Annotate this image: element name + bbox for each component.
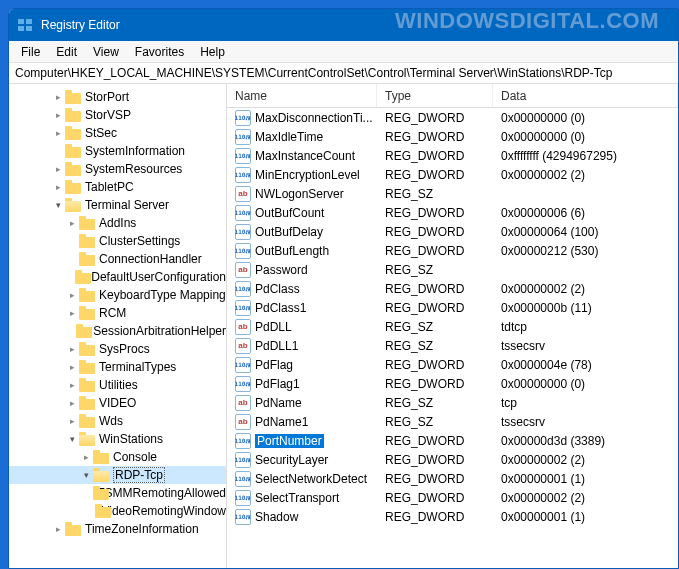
value-row[interactable]: SecurityLayerREG_DWORD0x00000002 (2) bbox=[227, 450, 678, 469]
folder-icon bbox=[79, 234, 95, 248]
value-row[interactable]: SelectTransportREG_DWORD0x00000002 (2) bbox=[227, 488, 678, 507]
folder-icon bbox=[65, 144, 81, 158]
folder-icon bbox=[79, 360, 95, 374]
col-header-data[interactable]: Data bbox=[493, 84, 678, 107]
expand-icon[interactable] bbox=[65, 398, 79, 408]
expand-icon[interactable] bbox=[51, 182, 65, 192]
value-type: REG_DWORD bbox=[377, 453, 493, 467]
tree-item[interactable]: Console bbox=[9, 448, 226, 466]
tree-item-label: RCM bbox=[99, 306, 126, 320]
tree-item[interactable]: AddIns bbox=[9, 214, 226, 232]
expand-icon[interactable] bbox=[65, 290, 79, 300]
value-row[interactable]: PdNameREG_SZtcp bbox=[227, 393, 678, 412]
tree-item[interactable]: SessionArbitrationHelper bbox=[9, 322, 226, 340]
value-data: 0x00000006 (6) bbox=[493, 206, 678, 220]
value-row[interactable]: ShadowREG_DWORD0x00000001 (1) bbox=[227, 507, 678, 526]
tree-item[interactable]: SysProcs bbox=[9, 340, 226, 358]
binary-value-icon bbox=[235, 471, 251, 487]
list-body: MaxDisconnectionTi...REG_DWORD0x00000000… bbox=[227, 108, 678, 526]
tree-item[interactable]: VideoRemotingWindow bbox=[9, 502, 226, 520]
expand-icon[interactable] bbox=[65, 362, 79, 372]
folder-icon bbox=[93, 468, 109, 482]
tree-item[interactable]: SystemResources bbox=[9, 160, 226, 178]
expand-icon[interactable] bbox=[65, 380, 79, 390]
value-row[interactable]: PdDLL1REG_SZtssecsrv bbox=[227, 336, 678, 355]
list-header[interactable]: Name Type Data bbox=[227, 84, 678, 108]
value-row[interactable]: MinEncryptionLevelREG_DWORD0x00000002 (2… bbox=[227, 165, 678, 184]
binary-value-icon bbox=[235, 224, 251, 240]
address-bar[interactable]: Computer\HKEY_LOCAL_MACHINE\SYSTEM\Curre… bbox=[9, 63, 678, 84]
expand-icon[interactable] bbox=[65, 308, 79, 318]
tree-item[interactable]: SystemInformation bbox=[9, 142, 226, 160]
value-row[interactable]: PdClass1REG_DWORD0x0000000b (11) bbox=[227, 298, 678, 317]
tree-item[interactable]: RCM bbox=[9, 304, 226, 322]
expand-icon[interactable] bbox=[65, 434, 79, 444]
value-type: REG_DWORD bbox=[377, 244, 493, 258]
menu-file[interactable]: File bbox=[13, 43, 48, 61]
expand-icon[interactable] bbox=[51, 164, 65, 174]
tree-item[interactable]: TSMMRemotingAllowed bbox=[9, 484, 226, 502]
app-icon bbox=[17, 17, 33, 33]
value-row[interactable]: NWLogonServerREG_SZ bbox=[227, 184, 678, 203]
tree-panel[interactable]: StorPortStorVSPStSecSystemInformationSys… bbox=[9, 84, 227, 568]
value-name: MaxInstanceCount bbox=[255, 149, 355, 163]
expand-icon[interactable] bbox=[65, 218, 79, 228]
menu-help[interactable]: Help bbox=[192, 43, 233, 61]
expand-icon[interactable] bbox=[51, 110, 65, 120]
menu-favorites[interactable]: Favorites bbox=[127, 43, 192, 61]
values-panel: Name Type Data MaxDisconnectionTi...REG_… bbox=[227, 84, 678, 568]
string-value-icon bbox=[235, 186, 251, 202]
expand-icon[interactable] bbox=[51, 128, 65, 138]
tree-item[interactable]: ClusterSettings bbox=[9, 232, 226, 250]
tree-item[interactable]: RDP-Tcp bbox=[9, 466, 226, 484]
value-row[interactable]: MaxIdleTimeREG_DWORD0x00000000 (0) bbox=[227, 127, 678, 146]
value-row[interactable]: PdClassREG_DWORD0x00000002 (2) bbox=[227, 279, 678, 298]
value-row[interactable]: OutBufLengthREG_DWORD0x00000212 (530) bbox=[227, 241, 678, 260]
expand-icon[interactable] bbox=[65, 344, 79, 354]
expand-icon[interactable] bbox=[51, 92, 65, 102]
tree-item[interactable]: TimeZoneInformation bbox=[9, 520, 226, 538]
tree-item[interactable]: Utilities bbox=[9, 376, 226, 394]
tree-item[interactable]: TerminalTypes bbox=[9, 358, 226, 376]
expand-icon[interactable] bbox=[51, 200, 65, 210]
value-row[interactable]: SelectNetworkDetectREG_DWORD0x00000001 (… bbox=[227, 469, 678, 488]
tree-item[interactable]: DefaultUserConfiguration bbox=[9, 268, 226, 286]
tree-item[interactable]: Wds bbox=[9, 412, 226, 430]
titlebar[interactable]: Registry Editor bbox=[9, 9, 678, 41]
value-row[interactable]: PortNumberREG_DWORD0x00000d3d (3389) bbox=[227, 431, 678, 450]
tree-item[interactable]: StSec bbox=[9, 124, 226, 142]
folder-icon bbox=[65, 180, 81, 194]
tree-item[interactable]: TabletPC bbox=[9, 178, 226, 196]
col-header-name[interactable]: Name bbox=[227, 84, 377, 107]
tree-item[interactable]: StorVSP bbox=[9, 106, 226, 124]
value-row[interactable]: PdName1REG_SZtssecsrv bbox=[227, 412, 678, 431]
tree-item[interactable]: KeyboardType Mapping bbox=[9, 286, 226, 304]
tree-item-label: SystemResources bbox=[85, 162, 182, 176]
value-name: MaxDisconnectionTi... bbox=[255, 111, 373, 125]
expand-icon[interactable] bbox=[79, 452, 93, 462]
tree-item-label: Utilities bbox=[99, 378, 138, 392]
value-row[interactable]: PasswordREG_SZ bbox=[227, 260, 678, 279]
tree-item[interactable]: WinStations bbox=[9, 430, 226, 448]
value-type: REG_DWORD bbox=[377, 472, 493, 486]
tree-item[interactable]: VIDEO bbox=[9, 394, 226, 412]
value-type: REG_DWORD bbox=[377, 434, 493, 448]
value-row[interactable]: OutBufCountREG_DWORD0x00000006 (6) bbox=[227, 203, 678, 222]
value-row[interactable]: MaxDisconnectionTi...REG_DWORD0x00000000… bbox=[227, 108, 678, 127]
expand-icon[interactable] bbox=[51, 524, 65, 534]
value-row[interactable]: PdFlagREG_DWORD0x0000004e (78) bbox=[227, 355, 678, 374]
expand-icon[interactable] bbox=[79, 470, 93, 480]
tree-item[interactable]: Terminal Server bbox=[9, 196, 226, 214]
value-row[interactable]: OutBufDelayREG_DWORD0x00000064 (100) bbox=[227, 222, 678, 241]
col-header-type[interactable]: Type bbox=[377, 84, 493, 107]
menu-edit[interactable]: Edit bbox=[48, 43, 85, 61]
value-name: PdName1 bbox=[255, 415, 308, 429]
menu-view[interactable]: View bbox=[85, 43, 127, 61]
value-row[interactable]: PdFlag1REG_DWORD0x00000000 (0) bbox=[227, 374, 678, 393]
value-row[interactable]: PdDLLREG_SZtdtcp bbox=[227, 317, 678, 336]
tree-item[interactable]: ConnectionHandler bbox=[9, 250, 226, 268]
expand-icon[interactable] bbox=[65, 416, 79, 426]
binary-value-icon bbox=[235, 129, 251, 145]
value-row[interactable]: MaxInstanceCountREG_DWORD0xffffffff (429… bbox=[227, 146, 678, 165]
tree-item[interactable]: StorPort bbox=[9, 88, 226, 106]
